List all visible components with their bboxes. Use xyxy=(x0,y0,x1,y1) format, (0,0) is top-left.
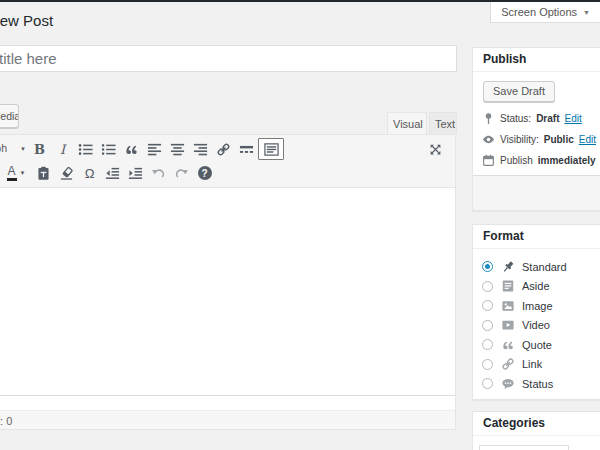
word-count: Word count: 0 xyxy=(0,412,12,429)
publish-misc-rows: Status: Draft Edit Visibility: Public Ed… xyxy=(473,108,600,171)
post-schedule-row: Publish immediately Edit xyxy=(473,150,600,171)
tab-visual[interactable]: Visual xyxy=(387,112,427,134)
format-panel-title: Format xyxy=(473,225,600,249)
format-label: Link xyxy=(522,358,542,370)
radio-image[interactable] xyxy=(482,300,493,311)
paste-as-text-button[interactable] xyxy=(32,163,55,183)
align-right-icon xyxy=(193,142,208,157)
radio-quote[interactable] xyxy=(482,339,493,350)
italic-button[interactable]: I xyxy=(51,139,74,159)
italic-icon: I xyxy=(60,142,65,157)
distraction-free-button[interactable] xyxy=(424,139,447,159)
add-media-button-wrap: Add Media xyxy=(0,104,19,129)
editor-container: Paragraph ▼ B I xyxy=(0,134,456,430)
paragraph-dropdown-label: Paragraph xyxy=(0,142,7,154)
clear-formatting-button[interactable] xyxy=(55,163,78,183)
page-title: Add New Post xyxy=(0,11,53,31)
pin-icon xyxy=(482,112,495,125)
toolbar-row-1: Paragraph ▼ B I xyxy=(0,137,455,161)
add-media-button[interactable]: Add Media xyxy=(0,104,19,128)
radio-standard[interactable] xyxy=(482,261,493,272)
align-center-icon xyxy=(170,142,185,157)
status-label: Status: xyxy=(500,113,531,124)
chevron-down-icon: ▼ xyxy=(20,146,26,152)
chevron-down-icon: ▼ xyxy=(583,9,590,16)
undo-icon xyxy=(151,166,166,181)
outdent-icon xyxy=(105,166,120,181)
align-left-icon xyxy=(147,142,162,157)
visibility-label: Visibility: xyxy=(500,134,539,145)
radio-video[interactable] xyxy=(482,320,493,331)
format-option-aside[interactable]: Aside xyxy=(482,277,600,297)
format-option-link[interactable]: Link xyxy=(482,355,600,375)
quote-icon xyxy=(501,338,515,352)
format-label: Status xyxy=(522,378,553,390)
numbered-list-button[interactable] xyxy=(97,139,120,159)
format-option-standard[interactable]: Standard xyxy=(482,257,600,277)
schedule-label: Publish xyxy=(500,155,533,166)
outdent-button[interactable] xyxy=(101,163,124,183)
editor-content-area[interactable] xyxy=(0,188,455,395)
redo-icon xyxy=(174,166,189,181)
video-icon xyxy=(501,318,515,332)
indent-button[interactable] xyxy=(124,163,147,183)
insert-link-button[interactable] xyxy=(212,139,235,159)
blockquote-button[interactable] xyxy=(120,139,143,159)
schedule-value: immediately xyxy=(538,155,596,166)
publish-panel: Publish Save Draft Status: Draft Edit Vi… xyxy=(472,47,600,211)
calendar-icon xyxy=(482,154,495,167)
post-title-field-wrap xyxy=(0,45,457,72)
publish-panel-footer xyxy=(473,175,600,210)
post-title-input[interactable] xyxy=(0,46,457,71)
format-option-status[interactable]: Status xyxy=(482,374,600,394)
format-label: Aside xyxy=(522,280,550,292)
help-icon: ? xyxy=(198,166,212,180)
categories-panel-title: Categories xyxy=(473,412,600,436)
keyboard-shortcuts-button[interactable]: ? xyxy=(193,163,216,183)
pushpin-icon xyxy=(501,260,515,274)
eraser-icon xyxy=(59,166,74,181)
format-label: Image xyxy=(522,300,553,312)
editor-resize-bar[interactable] xyxy=(0,395,455,410)
undo-button[interactable] xyxy=(147,163,170,183)
format-panel: Format Standard Aside Image Video xyxy=(472,224,600,400)
toolbar-toggle-button[interactable] xyxy=(258,138,284,160)
save-draft-button[interactable]: Save Draft xyxy=(483,81,555,102)
screen-options-button[interactable]: Screen Options▼ xyxy=(490,2,600,23)
paragraph-format-dropdown[interactable]: Paragraph ▼ xyxy=(0,139,28,159)
toolbar-toggle-icon xyxy=(264,142,279,157)
speech-bubble-icon xyxy=(501,377,515,391)
radio-link[interactable] xyxy=(482,359,493,370)
insert-more-tag-button[interactable] xyxy=(235,139,258,159)
publish-panel-title: Publish xyxy=(473,48,600,72)
radio-aside[interactable] xyxy=(482,281,493,292)
redo-button[interactable] xyxy=(170,163,193,183)
align-right-button[interactable] xyxy=(189,139,212,159)
edit-status-link[interactable]: Edit xyxy=(564,113,581,124)
numbered-list-icon xyxy=(101,142,116,157)
format-label: Standard xyxy=(522,261,567,273)
tab-text[interactable]: Text xyxy=(429,112,457,134)
editor-toolbar: Paragraph ▼ B I xyxy=(0,135,455,188)
status-value: Draft xyxy=(536,113,559,124)
post-visibility-row: Visibility: Public Edit xyxy=(473,129,600,150)
format-label: Video xyxy=(522,319,550,331)
word-count-bar: Word count: 0 xyxy=(0,410,455,429)
special-character-button[interactable]: Ω xyxy=(78,163,101,183)
format-option-quote[interactable]: Quote xyxy=(482,335,600,355)
bold-button[interactable]: B xyxy=(28,139,51,159)
align-left-button[interactable] xyxy=(143,139,166,159)
chevron-down-icon: ▼ xyxy=(20,170,26,176)
text-color-button[interactable]: A ▼ xyxy=(0,165,32,181)
visibility-value: Public xyxy=(544,134,574,145)
align-center-button[interactable] xyxy=(166,139,189,159)
eye-icon xyxy=(482,133,495,146)
format-label: Quote xyxy=(522,339,552,351)
format-option-image[interactable]: Image xyxy=(482,296,600,316)
edit-visibility-link[interactable]: Edit xyxy=(579,134,596,145)
format-option-video[interactable]: Video xyxy=(482,316,600,336)
bullet-list-button[interactable] xyxy=(74,139,97,159)
image-icon xyxy=(501,299,515,313)
omega-icon: Ω xyxy=(85,166,95,181)
radio-status[interactable] xyxy=(482,378,493,389)
